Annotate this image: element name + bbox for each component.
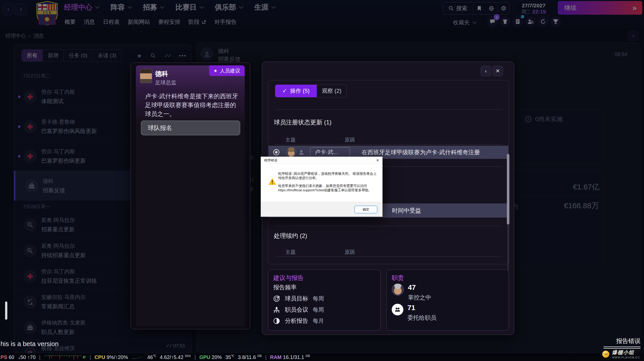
delegated-staff-icon [392,304,403,315]
panel-title: 建议与报告 [273,274,304,282]
check-icon: ✓ [282,88,287,94]
inbox-scrollbar-thumb[interactable] [5,301,7,320]
staff-advice-popup: ★ 人员建议 德科 足球总监 卢卡·武什科维奇是接下来的西班牙足球甲级联赛赛事值… [131,63,250,329]
app-window: ‹ › F C B [0,0,644,361]
target-check-icon [273,295,280,302]
staff-name: 德科 [155,69,168,78]
column-reason: 原因 [345,249,355,256]
analysis-report-icon [273,317,280,325]
fps-readout: PS 60 [1,354,14,360]
dialog-back-button[interactable]: ‹ [481,66,491,76]
person-silhouette-icon [298,149,304,155]
advice-reports-panel: 建议与报告 报告频率 球员目标 每周 职员会议 每周 分析报告 每月 [268,270,381,331]
beta-version-notice: his is a beta version [1,340,59,348]
error-dialog-title: 程序错误 [264,158,277,163]
report-error-button[interactable]: 报告错误 [604,337,640,349]
action-reason-fragment: 时间中受益 [392,207,421,215]
playgm-ball-icon: bpt [602,351,609,358]
section-renewals: 处理续约 (2) [274,232,307,240]
gpu-readout: GPU 20% [199,354,222,360]
tab-observations[interactable]: 观察 (2) [317,85,347,97]
frametime-sparkline [44,354,82,360]
report-item-analysis[interactable]: 分析报告 每月 [273,317,324,325]
staff-role: 足球总监 [155,79,176,86]
error-message-1: 程序错误: 因出现严重错误，游戏程序将被关闭。 错误报告将会上传给开发商以便进行… [278,172,378,180]
report-item-staff-meeting[interactable]: 职员会议 每周 [273,306,324,314]
watermark: bpt 爆棚小组 WWW.PLAYGM.CC [602,349,640,359]
duties-panel: 职责 47掌控之中 71委托给职员 [386,270,509,331]
cpu-sparkline [132,355,144,359]
error-message-2: 给您带来的不便我们表示抱歉，如果您觉得有需要可以访问 https://fmoff… [278,184,378,192]
ram-readout: RAM 16.1/31.1 GB [270,354,310,360]
tab-actions[interactable]: ✓ 操作 (5) [275,85,317,97]
player-chip[interactable]: 卢卡·武... [310,147,350,157]
section-registration-updates: 球员注册状态更新 (1) [274,118,331,126]
ok-button[interactable]: 确定 [355,206,377,213]
panel-title: 职责 [392,274,404,282]
dialog-close-button[interactable]: ✕ [492,66,503,76]
watermark-name: 爆棚小组 [612,349,640,356]
vram-readout: 3.8/11.6 GB [238,354,262,360]
staff-advice-badge: ★ 人员建议 [209,65,245,76]
advice-text: 卢卡·武什科维奇是接下来的西班牙足球甲级联赛赛事值得考虑注册的球员之一。 [145,92,241,118]
star-icon: ★ [214,68,217,73]
dialog-scrollbar-thumb[interactable] [507,154,509,224]
column-subject: 主题 [285,137,296,143]
action-reason: 在西班牙足球甲级联赛为卢卡·武什科维奇注册 [362,148,480,156]
gpu-temp: 35℃ [225,354,235,360]
warning-triangle-icon [268,178,276,185]
program-error-dialog: 程序错误 ✕ 程序错误: 因出现严重错误，游戏程序将被关闭。 错误报告将会上传给… [261,157,383,217]
selected-radio-icon [273,149,280,156]
report-frequency-label: 报告频率 [273,283,297,291]
watermark-site: WWW.PLAYGM.CC [612,356,640,359]
staff-meeting-icon [273,306,280,314]
spark-mark: 6¹ [83,355,86,359]
cpu-readout: CPU 9%/↑20% [94,354,128,360]
cpu-clock: 4.62/↑5.42 GHz [160,354,191,360]
avatar [392,283,404,296]
report-item-player-targets[interactable]: 球员目标 每周 [273,295,324,302]
cpu-temp: 46℃ [147,354,156,360]
frametime-readout: ↓50 ↑70 [18,354,36,360]
column-subject: 主题 [285,249,296,256]
error-close-icon[interactable]: ✕ [376,158,379,162]
team-registration-button[interactable]: 球队报名 [141,121,240,135]
column-reason: 原因 [345,137,355,143]
performance-status-bar: PS 60 ↓50 ↑70 | 6¹ | CPU 9%/↑20% 46℃ 4.6… [0,353,644,361]
duty-entry-in-control: 47掌控之中 [392,283,431,301]
duty-entry-delegated: 71委托给职员 [392,304,437,322]
player-avatar [286,147,296,157]
avatar-deco [140,69,152,83]
